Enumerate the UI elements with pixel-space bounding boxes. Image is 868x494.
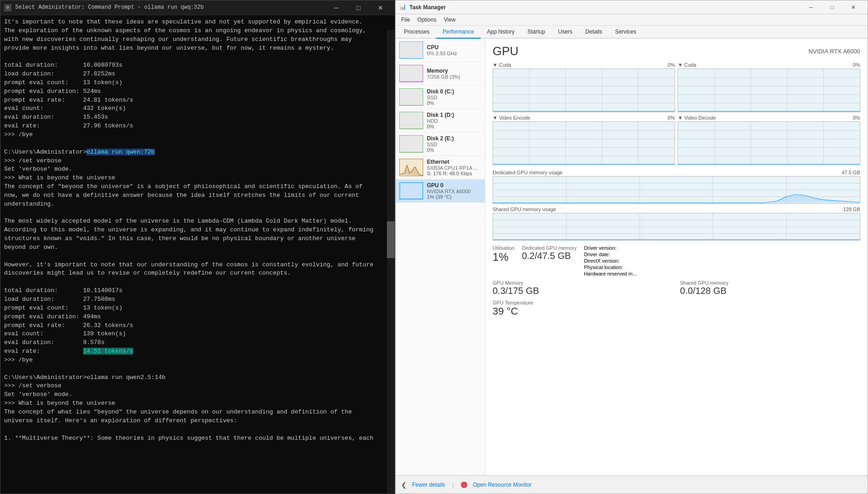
tm-tabs: Processes Performance App history Startu… [396, 26, 868, 39]
cuda-left-percent: 0% [668, 62, 675, 68]
ethernet-label-sub2: S: 176 R: 48.0 Kbps [427, 171, 478, 176]
tab-performance[interactable]: Performance [436, 26, 481, 39]
scrollbar-thumb[interactable] [387, 221, 395, 258]
tm-footer: ❮ Fewer details | Open Resource Monitor [396, 475, 868, 494]
stat-gpu-temp: GPU Temperature 39 °C [493, 300, 860, 317]
cpu-label-sub: 0% 2.93 GHz [427, 51, 457, 56]
cmd-minimize-button[interactable]: ─ [326, 1, 347, 14]
sidebar-item-disk0[interactable]: Disk 0 (C:) SSD 0% [396, 86, 485, 109]
dedicated-mem-label: Dedicated GPU memory usage [493, 170, 562, 175]
stat-dedicated-gpu-mem: Dedicated GPU memory 0.2/47.5 GB [522, 245, 577, 276]
disk0-label-name: Disk 0 (C:) [427, 88, 454, 95]
video-encode-label: ▼ Video Encode [493, 115, 530, 121]
directx-label: DirectX version: [584, 258, 860, 264]
cmd-highlight-evalrate: 14.51 tokens/s [83, 348, 133, 355]
ethernet-label-sub: SXB3A CPU1 RP1A ... [427, 165, 478, 171]
sidebar-item-cpu[interactable]: CPU 0% 2.93 GHz [396, 39, 485, 62]
disk1-label-sub: HDD [427, 118, 454, 124]
disk1-sidebar-label: Disk 1 (D:) HDD 0% [427, 112, 454, 129]
disk1-mini-graph [399, 112, 423, 129]
physical-location-label: Physical location: [584, 264, 860, 270]
fewer-details-link[interactable]: Fewer details [412, 482, 445, 488]
hardware-reserved-label: Hardware reserved m... [584, 271, 860, 276]
disk1-label-sub2: 0% [427, 124, 454, 129]
cuda-graph-right: ▼ Cuda 0% [678, 62, 860, 112]
shared-gpu-mem-stat-label: Shared GPU memory [680, 280, 860, 286]
video-decode-percent: 0% [853, 115, 860, 121]
fewer-details-chevron[interactable]: ❮ [401, 481, 407, 488]
video-decode-graph: ▼ Video Decode 0% [678, 115, 860, 165]
task-manager-window: 📊 Task Manager ─ □ ✕ File Options View P… [395, 0, 868, 494]
dedicated-gpu-mem-value: 0.2/47.5 GB [522, 251, 577, 261]
tm-minimize-button[interactable]: ─ [800, 1, 822, 13]
cmd-content: It's important to note that these ideas … [0, 15, 395, 494]
disk0-label-sub: SSD [427, 95, 454, 100]
gpu0-mini-graph [399, 182, 423, 200]
tab-startup[interactable]: Startup [521, 26, 552, 39]
dedicated-mem-value: 47.5 GB [842, 170, 860, 175]
cmd-output: It's important to note that these ideas … [4, 18, 391, 442]
tm-body: CPU 0% 2.93 GHz Memory 7/256 GB (3%) [396, 39, 868, 475]
disk2-mini-graph [399, 135, 423, 153]
memory-sidebar-label: Memory 7/256 GB (3%) [427, 68, 460, 80]
utilisation-label: Utilisation [493, 245, 515, 251]
gpu-temp-label: GPU Temperature [493, 300, 860, 305]
ethernet-label-name: Ethernet [427, 159, 478, 165]
tm-sidebar: CPU 0% 2.93 GHz Memory 7/256 GB (3%) [396, 39, 485, 475]
sidebar-item-gpu0[interactable]: GPU 0 NVIDIA RTX A6000 1% (39 °C) [396, 179, 485, 203]
cmd-icon: ⚙ [4, 4, 11, 11]
gpu0-label-sub: NVIDIA RTX A6000 [427, 189, 471, 194]
gpu0-sidebar-label: GPU 0 NVIDIA RTX A6000 1% (39 °C) [427, 182, 471, 200]
cmd-close-button[interactable]: ✕ [370, 1, 391, 14]
gpu0-label-sub2: 1% (39 °C) [427, 194, 471, 200]
disk1-label-name: Disk 1 (D:) [427, 112, 454, 118]
gpu-model: NVIDIA RTX A6000 [809, 48, 861, 55]
tm-controls: ─ □ ✕ [800, 1, 864, 13]
disk2-label-sub2: 0% [427, 147, 454, 153]
disk0-mini-graph [399, 88, 423, 106]
cmd-highlight-command1: ollama run qwen:72b [86, 149, 154, 155]
memory-label-name: Memory [427, 68, 460, 74]
sidebar-item-memory[interactable]: Memory 7/256 GB (3%) [396, 62, 485, 86]
cmd-window: ⚙ Select Administrator: Command Prompt -… [0, 0, 395, 494]
tm-close-button[interactable]: ✕ [843, 1, 864, 13]
gpu-memory-label: GPU Memory [493, 280, 671, 286]
menu-options[interactable]: Options [414, 15, 440, 24]
sidebar-item-disk2[interactable]: Disk 2 (E:) SSD 0% [396, 132, 485, 156]
menu-file[interactable]: File [397, 15, 414, 24]
cuda-right-label: ▼ Cuda [678, 62, 696, 68]
sidebar-item-ethernet[interactable]: Ethernet SXB3A CPU1 RP1A ... S: 176 R: 4… [396, 156, 485, 179]
tab-services[interactable]: Services [609, 26, 643, 39]
ethernet-sidebar-label: Ethernet SXB3A CPU1 RP1A ... S: 176 R: 4… [427, 159, 478, 176]
shared-mem-label: Shared GPU memory usage [493, 207, 556, 212]
disk0-label-sub2: 0% [427, 100, 454, 106]
tab-processes[interactable]: Processes [397, 26, 436, 39]
gpu-memory-value: 0.3/175 GB [493, 286, 671, 296]
tab-details[interactable]: Details [579, 26, 609, 39]
tm-menubar: File Options View [396, 14, 868, 26]
disk0-sidebar-label: Disk 0 (C:) SSD 0% [427, 88, 454, 106]
ethernet-mini-graph [399, 159, 423, 176]
stat-shared-gpu-mem: Shared GPU memory 0.0/128 GB [680, 280, 860, 296]
cmd-maximize-button[interactable]: □ [348, 1, 369, 14]
tm-icon: 📊 [399, 4, 407, 11]
tab-users[interactable]: Users [551, 26, 579, 39]
gpu-title: GPU [493, 44, 518, 58]
disk2-label-sub: SSD [427, 142, 454, 147]
scrollbar[interactable] [387, 30, 395, 494]
stat-utilisation: Utilisation 1% [493, 245, 515, 276]
cuda-right-percent: 0% [853, 62, 860, 68]
tab-app-history[interactable]: App history [481, 26, 521, 39]
dedicated-mem-section: Dedicated GPU memory usage 47.5 GB [493, 170, 860, 204]
tm-maximize-button[interactable]: □ [822, 1, 843, 13]
shared-mem-section: Shared GPU memory usage 128 GB [493, 207, 860, 241]
video-decode-label: ▼ Video Decode [678, 115, 716, 121]
video-encode-graph: ▼ Video Encode 0% [493, 115, 675, 165]
sidebar-item-disk1[interactable]: Disk 1 (D:) HDD 0% [396, 109, 485, 132]
cuda-graph-left: ▼ Cuda 0% [493, 62, 675, 112]
menu-view[interactable]: View [440, 15, 460, 24]
open-resource-monitor-text: Open Resource Monitor [473, 482, 531, 488]
open-resource-monitor-link[interactable]: Open Resource Monitor [473, 482, 531, 488]
stat-gpu-memory: GPU Memory 0.3/175 GB [493, 280, 671, 296]
fewer-details-text: Fewer details [412, 482, 445, 488]
